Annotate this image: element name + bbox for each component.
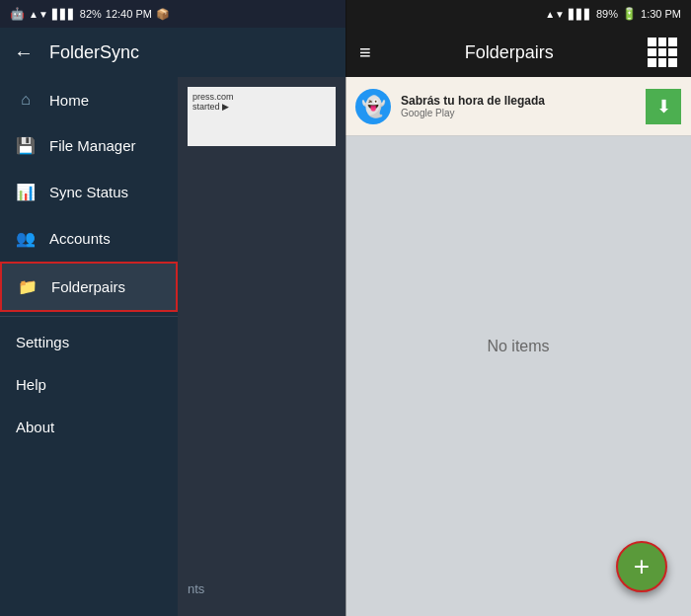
folderpairs-icon: 📁 [18,277,38,296]
nav-divider [0,316,178,317]
status-icons-left: 🤖 ▲▼ ▋▋▋ 82% 12:40 PM 📦 [10,7,170,21]
battery-icon-right: 🔋 [622,7,637,21]
panel-divider [346,0,346,616]
notification-download-button[interactable]: ⬇ [646,89,681,124]
signal-bars: ▋▋▋ [52,9,76,20]
app-bar-left: ← FolderSync [0,28,346,77]
accounts-icon: 👥 [16,229,36,248]
status-bar-right: ▲▼ ▋▋▋ 89% 🔋 1:30 PM [346,0,691,28]
notification-banner[interactable]: 👻 Sabrás tu hora de llegada Google Play … [346,77,691,136]
sidebar-item-home[interactable]: ⌂ Home [0,77,178,122]
sidebar-item-label-help: Help [16,376,46,393]
dropbox-icon: 📦 [156,8,170,21]
sidebar-item-label-folderpairs: Folderpairs [51,278,125,295]
ad-banner: press.comstarted ▶ [188,87,336,146]
file-manager-icon: 💾 [16,136,36,155]
notification-title: Sabrás tu hora de llegada [401,94,636,108]
sidebar-item-help[interactable]: Help [0,363,178,406]
battery-right: 89% [596,8,618,20]
signal-bars-right: ▋▋▋ [569,9,592,20]
sidebar-item-folderpairs[interactable]: 📁 Folderpairs [0,262,178,312]
sync-status-icon: 📊 [16,183,36,201]
status-bar-left: 🤖 ▲▼ ▋▋▋ 82% 12:40 PM 📦 [0,0,346,28]
back-button[interactable]: ← [14,41,34,64]
download-icon: ⬇ [656,96,671,117]
battery-left: 82% [80,8,102,20]
app-bar-right: ≡ Folderpairs [346,28,691,77]
nav-drawer: ⌂ Home 💾 File Manager 📊 Sync Status 👥 Ac… [0,77,178,616]
fab-plus-icon: + [634,553,650,580]
background-content: press.comstarted ▶ nts [178,77,346,616]
sidebar-item-label-home: Home [49,92,89,109]
wifi-icon: ▲▼ [29,9,48,20]
time-left: 12:40 PM [106,8,152,20]
app-title-left: FolderSync [49,42,139,63]
home-icon: ⌂ [16,91,36,109]
no-items-text: No items [487,338,549,355]
waze-icon: 👻 [361,95,386,118]
sidebar-item-file-manager[interactable]: 💾 File Manager [0,122,178,169]
background-inner: press.comstarted ▶ [178,77,346,164]
ad-text: press.comstarted ▶ [192,92,234,112]
notification-text-container: Sabrás tu hora de llegada Google Play [401,94,636,118]
sidebar-item-label-accounts: Accounts [49,230,111,247]
android-icon: 🤖 [10,7,25,21]
behind-label: nts [188,581,204,596]
folderpairs-panel: No items [346,77,691,616]
sidebar-item-sync-status[interactable]: 📊 Sync Status [0,169,178,215]
sidebar-item-label-about: About [16,419,54,435]
app-title-right: Folderpairs [465,42,554,63]
sidebar-item-label-settings: Settings [16,334,69,350]
sidebar-item-about[interactable]: About [0,406,178,448]
status-icons-right: ▲▼ ▋▋▋ 89% 🔋 1:30 PM [545,7,681,21]
notification-subtitle: Google Play [401,108,636,118]
sidebar-item-settings[interactable]: Settings [0,321,178,363]
fab-add-button[interactable]: + [616,541,667,592]
no-items-container: No items [346,77,691,616]
sidebar-item-label-sync-status: Sync Status [49,184,128,200]
time-right: 1:30 PM [641,8,681,20]
sidebar-item-accounts[interactable]: 👥 Accounts [0,215,178,262]
wifi-icon-right: ▲▼ [545,9,565,20]
grid-view-button[interactable] [648,38,677,67]
sidebar-item-label-file-manager: File Manager [49,137,136,154]
menu-button[interactable]: ≡ [359,41,371,64]
notification-avatar: 👻 [355,89,391,124]
